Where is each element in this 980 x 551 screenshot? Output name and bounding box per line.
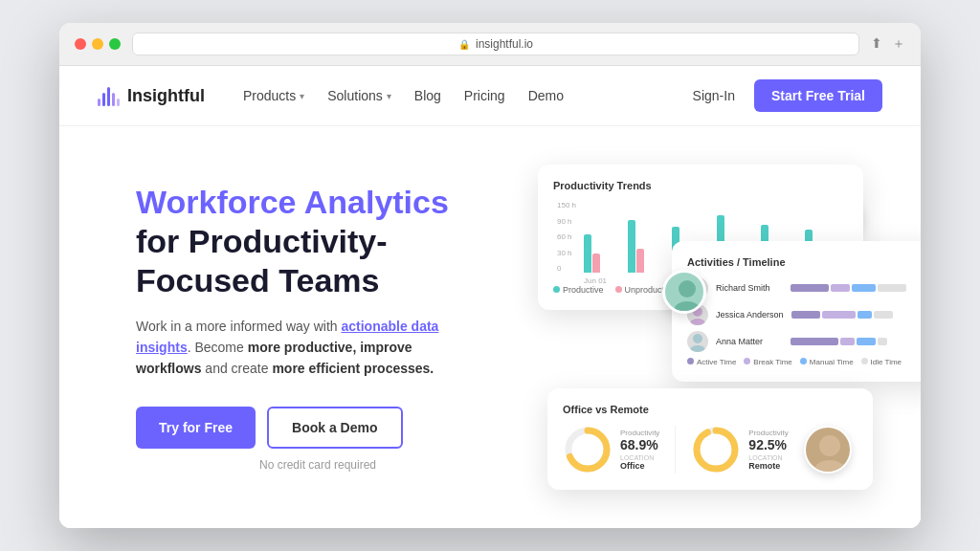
browser-chrome: 🔒 insightful.io ⬆ ＋ <box>59 23 921 66</box>
productivity-card-title: Productivity Trends <box>553 180 848 191</box>
hero-right: Productivity Trends 150 h 90 h 60 h 30 h… <box>538 165 882 490</box>
hero-section: Workforce Analytics for Productivity- Fo… <box>59 126 921 528</box>
browser-window: 🔒 insightful.io ⬆ ＋ Insightful <box>59 23 921 528</box>
navbar: Insightful Products ▾ Solutions ▾ Blog P… <box>59 66 921 126</box>
floating-avatar-3 <box>662 270 706 314</box>
activity-bars <box>791 311 921 319</box>
divider <box>675 426 676 474</box>
nav-demo[interactable]: Demo <box>528 88 564 103</box>
svg-point-5 <box>690 319 705 325</box>
hero-subtext: Work in a more informed way with actiona… <box>136 316 442 380</box>
nav-right: Sign-In Start Free Trial <box>693 79 882 112</box>
lock-icon: 🔒 <box>458 39 470 50</box>
logo-area[interactable]: Insightful <box>98 85 205 106</box>
nav-blog[interactable]: Blog <box>414 88 441 103</box>
chevron-down-icon: ▾ <box>300 91 304 101</box>
book-demo-button[interactable]: Book a Demo <box>267 407 402 449</box>
remote-stat: Productivity 92.5% LOCATION Remote <box>691 425 788 474</box>
office-stat: Productivity 68.9% LOCATION Office <box>563 425 659 474</box>
activity-bars <box>791 338 921 345</box>
minimize-button[interactable] <box>92 38 103 50</box>
nav-solutions[interactable]: Solutions ▾ <box>327 88 391 103</box>
activity-row: Jessica Anderson <box>687 304 921 325</box>
no-cc-text: No credit card required <box>136 458 500 472</box>
hero-heading: Workforce Analytics for Productivity- Fo… <box>136 183 500 299</box>
new-tab-icon[interactable]: ＋ <box>892 35 905 53</box>
browser-actions: ⬆ ＋ <box>871 35 905 53</box>
floating-avatar-2 <box>804 426 852 474</box>
activity-name: Anna Matter <box>716 337 783 346</box>
traffic-lights <box>75 38 121 50</box>
svg-point-12 <box>819 435 840 456</box>
signin-button[interactable]: Sign-In <box>693 88 735 103</box>
svg-point-14 <box>679 280 696 298</box>
chevron-down-icon: ▾ <box>387 91 391 101</box>
office-remote-card-title: Office vs Remote <box>563 404 858 415</box>
activities-card-title: Activities / Timeline <box>687 256 921 268</box>
activity-name: Richard Smith <box>716 283 783 293</box>
nav-pricing[interactable]: Pricing <box>464 88 505 103</box>
svg-point-6 <box>693 334 702 343</box>
office-remote-card: Office vs Remote Productivity 68.9% <box>547 388 873 490</box>
try-free-button[interactable]: Try for Free <box>136 407 256 449</box>
close-button[interactable] <box>75 38 86 50</box>
maximize-button[interactable] <box>109 38 121 50</box>
hero-buttons: Try for Free Book a Demo <box>136 407 500 449</box>
logo-icon <box>98 85 120 106</box>
hero-left: Workforce Analytics for Productivity- Fo… <box>136 183 500 472</box>
share-icon[interactable]: ⬆ <box>871 35 882 53</box>
avatar <box>687 331 708 352</box>
activity-name: Jessica Anderson <box>716 310 784 320</box>
page-content: Insightful Products ▾ Solutions ▾ Blog P… <box>59 66 921 528</box>
activity-row: Richard Smith <box>687 277 921 298</box>
svg-point-11 <box>697 430 735 469</box>
activity-bars <box>791 284 921 292</box>
url-text: insightful.io <box>476 37 533 51</box>
svg-point-13 <box>814 460 845 474</box>
trial-button[interactable]: Start Free Trial <box>754 79 882 112</box>
activity-row: Anna Matter <box>687 331 921 352</box>
nav-links: Products ▾ Solutions ▾ Blog Pricing Demo <box>243 88 693 103</box>
svg-point-7 <box>690 345 705 352</box>
address-bar[interactable]: 🔒 insightful.io <box>132 33 859 55</box>
office-remote-stats: Productivity 68.9% LOCATION Office <box>563 425 858 474</box>
activities-legend: Active Time Break Time Manual Time Idle … <box>687 358 921 366</box>
logo-text: Insightful <box>127 86 205 106</box>
activities-card: Activities / Timeline Richard Smith <box>672 241 921 382</box>
remote-donut-chart <box>691 425 741 474</box>
nav-products[interactable]: Products ▾ <box>243 88 304 103</box>
office-donut-chart <box>563 425 612 474</box>
